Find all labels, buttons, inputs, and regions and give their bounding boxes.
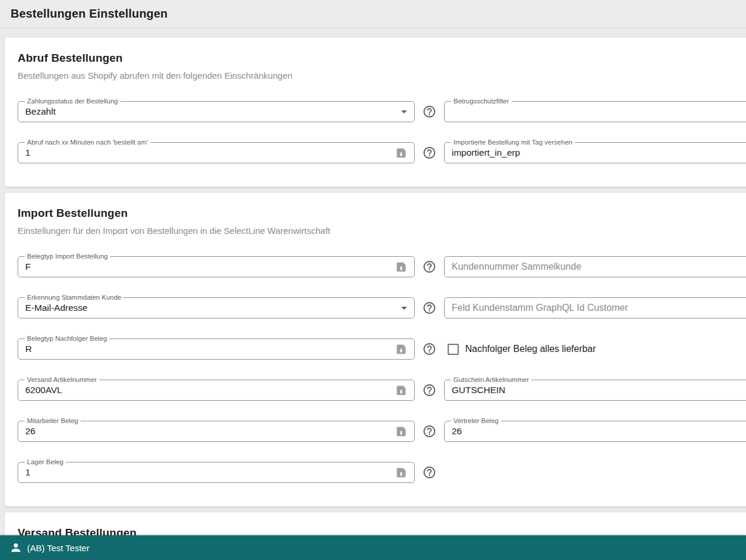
belegtyp-import-input[interactable] [25, 261, 395, 272]
zahlungsstatus-select[interactable]: Zahlungsstatus der Bestellung Bezahlt [18, 101, 415, 122]
abruf-minuten-input[interactable] [25, 147, 395, 158]
section-title: Import Bestellungen [18, 207, 746, 220]
field-label: Importierte Bestellung mit Tag versehen [451, 138, 574, 146]
vertreter-beleg-field[interactable]: Vertreter Beleg [444, 421, 746, 442]
help-icon[interactable] [422, 301, 436, 315]
user-status-bar[interactable]: (AB) Test Tester [0, 535, 746, 560]
versand-artikelnummer-input[interactable] [25, 385, 395, 395]
help-icon[interactable] [422, 424, 436, 438]
help-icon[interactable] [422, 383, 436, 397]
help-icon[interactable] [422, 105, 436, 119]
section-abruf-bestellungen: Abruf Bestellungen Bestellungen aus Shop… [5, 38, 746, 187]
gutschein-artikelnummer-input[interactable] [452, 385, 746, 395]
save-icon[interactable] [395, 261, 407, 273]
checkbox-box[interactable] [448, 344, 459, 355]
selected-value: Bezahlt [25, 106, 56, 117]
kundennummer-sammelkunde-field[interactable] [444, 256, 746, 277]
field-label: Mitarbeiter Beleg [25, 417, 80, 425]
kundennummer-sammelkunde-input[interactable] [452, 261, 746, 272]
field-label: Betrugsschutzfilter [451, 97, 512, 105]
help-icon[interactable] [422, 342, 436, 356]
field-label: Zahlungsstatus der Bestellung [25, 97, 120, 105]
lager-beleg-field[interactable]: Lager Beleg [18, 462, 415, 483]
settings-page: Abruf Bestellungen Bestellungen aus Shop… [0, 28, 746, 560]
chevron-down-icon[interactable] [401, 110, 407, 113]
abruf-minuten-field[interactable]: Abruf nach xx Minuten nach 'bestellt am' [18, 142, 415, 163]
betrugsschutzfilter-field[interactable]: Betrugsschutzfilter [444, 101, 746, 122]
field-label: Gutschein Artikelnummer [451, 375, 531, 384]
save-icon[interactable] [395, 384, 407, 396]
feld-kundenstamm-input[interactable] [452, 303, 746, 313]
import-tag-input[interactable] [452, 147, 746, 158]
section-title: Abruf Bestellungen [18, 52, 746, 65]
mitarbeiter-beleg-input[interactable] [25, 426, 395, 437]
selected-value: E-Mail-Adresse [25, 303, 88, 313]
section-import-bestellungen: Import Bestellungen Einstellungen für de… [5, 193, 746, 507]
vertreter-beleg-input[interactable] [452, 426, 746, 437]
field-label: Belegtyp Import Bestellung [25, 252, 110, 260]
page-title: Bestellungen Einstellungen [11, 7, 167, 21]
field-label: Abruf nach xx Minuten nach 'bestellt am' [25, 138, 150, 146]
gutschein-artikelnummer-field[interactable]: Gutschein Artikelnummer [444, 380, 746, 401]
feld-kundenstamm-field[interactable] [444, 297, 746, 318]
belegtyp-import-field[interactable]: Belegtyp Import Bestellung [18, 256, 415, 277]
checkbox-label: Nachfolger Beleg alles lieferbar [465, 344, 596, 354]
help-icon[interactable] [422, 260, 436, 274]
versand-artikelnummer-field[interactable]: Versand Artikelnummer [18, 380, 415, 401]
app-header: Bestellungen Einstellungen [0, 0, 746, 28]
field-label: Lager Beleg [25, 458, 66, 466]
import-tag-field[interactable]: Importierte Bestellung mit Tag versehen [444, 142, 746, 163]
help-icon[interactable] [422, 465, 436, 479]
person-icon [9, 541, 27, 554]
field-label: Belegtyp Nachfolger Beleg [25, 334, 109, 343]
belegtyp-nachfolger-input[interactable] [25, 344, 395, 354]
user-name: (AB) Test Tester [27, 543, 89, 553]
belegtyp-nachfolger-field[interactable]: Belegtyp Nachfolger Beleg [18, 338, 415, 360]
save-icon[interactable] [395, 343, 407, 355]
lager-beleg-input[interactable] [25, 467, 395, 478]
field-label: Versand Artikelnummer [25, 375, 99, 384]
field-label: Vertreter Beleg [451, 417, 501, 425]
save-icon[interactable] [395, 425, 407, 437]
betrugsschutzfilter-input[interactable] [452, 106, 746, 117]
erkennung-stammdaten-select[interactable]: Erkennung Stammdaten Kunde E-Mail-Adress… [18, 297, 415, 318]
section-subtitle: Einstellungen für den Import von Bestell… [18, 226, 746, 236]
section-subtitle: Bestellungen aus Shopify abrufen mit den… [18, 71, 746, 81]
field-label: Erkennung Stammdaten Kunde [25, 293, 123, 301]
save-icon[interactable] [395, 467, 407, 478]
help-icon[interactable] [422, 146, 436, 160]
save-icon[interactable] [395, 147, 407, 159]
mitarbeiter-beleg-field[interactable]: Mitarbeiter Beleg [18, 421, 415, 442]
chevron-down-icon[interactable] [401, 307, 407, 310]
nachfolger-lieferbar-checkbox[interactable]: Nachfolger Beleg alles lieferbar [448, 344, 746, 355]
